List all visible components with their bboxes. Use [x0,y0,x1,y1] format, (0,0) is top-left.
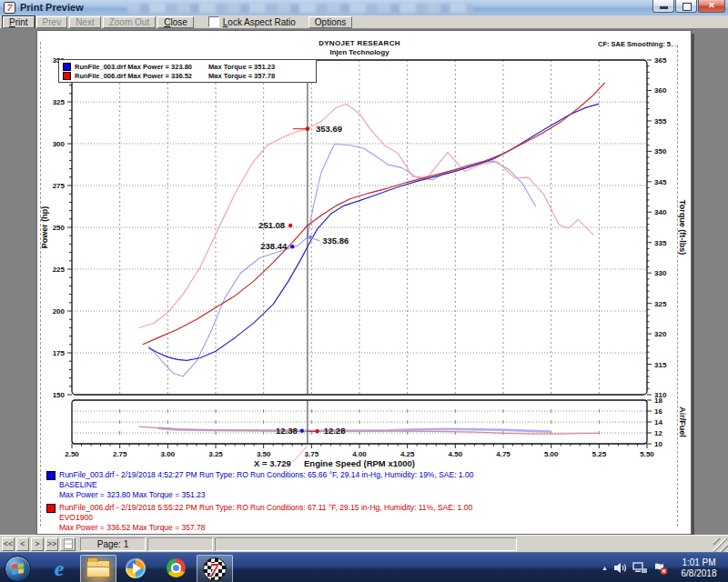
checkbox-box[interactable] [208,16,219,27]
svg-text:345: 345 [654,178,667,186]
prev-page-button[interactable]: Prev [36,16,68,28]
svg-text:310: 310 [654,391,667,398]
options-button[interactable]: Options [308,16,352,28]
chart-title: DYNOJET RESEARCH [72,39,647,47]
first-page-button[interactable]: << [2,537,15,551]
chrome-icon [167,558,186,577]
run-block-baseline: RunFile_003.drf - 2/19/2018 4:52:27 PM R… [46,470,674,500]
taskbar-media-player-icon[interactable] [118,555,153,581]
legend-swatch-red [63,72,71,80]
next-page-button[interactable]: Next [69,16,101,28]
lock-aspect-ratio-checkbox[interactable]: Lock Aspect Ratio [208,16,296,27]
svg-text:3.25: 3.25 [208,450,223,458]
taskbar: e 7 ▲ 1:01 PM 6/8/2018 [0,552,728,582]
annotation-353.69: 353.69 [293,124,342,134]
run-block-evo1900: RunFile_006.drf - 2/19/2018 5:55:22 PM R… [46,503,674,533]
action-center-flag-icon[interactable] [653,562,668,575]
resize-grip[interactable] [713,538,728,553]
torque-axis-ticks: 310315320325330335340345350355360365 [647,58,667,398]
annotation-251.08: 251.08 [258,220,292,230]
svg-text:251.08: 251.08 [258,220,285,230]
lock-aspect-ratio-label: Lock Aspect Ratio [223,17,296,27]
app-icon: 7 [4,2,15,14]
svg-text:350: 350 [654,147,667,156]
page-indicator-label: Page: 1 [97,539,128,549]
svg-text:4.50: 4.50 [449,450,463,458]
smoothing-note: CF: SAE Smoothing: 5 [598,40,671,48]
close-preview-button[interactable]: Close [157,16,194,28]
svg-text:2.50: 2.50 [65,450,79,458]
rpm-axis-ticks: 2.502.753.003.253.503.754.004.254.504.75… [65,444,654,458]
clock-time: 1:01 PM [673,557,724,568]
taskbar-dynojet-icon[interactable]: 7 [197,555,233,582]
svg-text:5.50: 5.50 [640,450,654,458]
start-button[interactable] [5,556,31,582]
taskbar-file-explorer-icon[interactable] [80,555,116,582]
svg-text:300: 300 [53,140,66,148]
runfile_006-torque-curve [139,104,593,327]
svg-text:365: 365 [654,58,667,65]
close-window-button[interactable]: ✕ [698,0,725,13]
taskbar-chrome-icon[interactable] [158,555,193,581]
page-icon [64,538,73,549]
run-color-swatch [46,504,56,513]
print-button[interactable]: Print [3,16,35,28]
preview-page[interactable]: DYNOJET RESEARCH Injen Technology CF: SA… [36,30,692,535]
svg-text:12: 12 [654,429,662,437]
volume-icon[interactable] [613,562,627,574]
svg-text:200: 200 [53,307,66,316]
previous-page-button[interactable]: < [16,537,29,551]
last-page-button[interactable]: >> [46,537,58,551]
page-indicator: Page: 1 [80,537,146,551]
legend-row: RunFile_006.drf Max Power = 336.52 Max T… [63,71,312,80]
svg-text:335: 335 [654,239,667,247]
runfile_003-torque-curve [148,144,536,376]
runfile_006-power-curve [143,83,605,345]
taskbar-clock[interactable]: 1:01 PM 6/8/2018 [673,557,724,579]
power-axis-ticks: 150175200225250275300325350 [53,58,72,398]
svg-text:325: 325 [53,98,66,106]
screen: 7 Print Preview ✕ Print Prev Next Zoom O… [0,0,728,582]
run-name-line: EVO1900 [59,513,674,523]
svg-text:5.25: 5.25 [592,450,607,458]
maximize-button[interactable] [675,0,697,13]
svg-text:250: 250 [53,224,66,232]
zoom-out-button[interactable]: Zoom Out [103,16,156,28]
svg-text:353.69: 353.69 [316,124,342,134]
run-file-line: RunFile_003.drf - 2/19/2018 4:52:27 PM R… [59,470,674,480]
svg-text:315: 315 [654,361,667,369]
folder-icon [86,560,110,577]
preview-workspace: DYNOJET RESEARCH Injen Technology CF: SA… [0,28,728,535]
air-fuel-chart: 1012141618Air/Fuel2.502.753.003.253.503.… [37,398,691,473]
x-axis-title: Engine Speed (RPM x1000) [304,458,415,468]
legend-text-torque: Max Torque = 351.23 [208,63,275,71]
page-view-button[interactable] [60,537,76,551]
svg-text:355: 355 [654,117,667,125]
annotation-12.28: 12.28 [308,426,346,436]
taskbar-internet-explorer-icon[interactable]: e [42,555,76,581]
svg-text:330: 330 [654,269,667,277]
print-preview-toolbar: Print Prev Next Zoom Out Close Lock Aspe… [0,15,728,29]
next-page-button-status[interactable]: > [31,537,44,551]
svg-text:275: 275 [53,182,66,190]
cursor-x-label: X = 3.729 [254,458,291,468]
annotation-335.86: 335.86 [308,236,349,246]
power-torque-chart: 1501752002252502753003253503103153203253… [37,58,691,398]
run-info: RunFile_003.drf - 2/19/2018 4:52:27 PM R… [46,470,674,536]
svg-text:12.28: 12.28 [324,426,346,436]
svg-text:150: 150 [53,391,66,398]
svg-text:340: 340 [654,208,667,216]
system-tray: ▲ 1:01 PM 6/8/2018 [602,555,724,581]
minimize-button[interactable] [652,0,674,13]
network-icon[interactable] [632,562,648,574]
runfile_003-power-curve [148,104,599,360]
window-title: Print Preview [20,2,84,13]
svg-text:3.50: 3.50 [257,450,271,458]
legend-text-torque: Max Torque = 357.78 [208,72,275,80]
svg-text:325: 325 [654,300,667,308]
af-axis-ticks: 1012141618 [647,398,662,448]
clock-date: 6/8/2018 [673,568,724,579]
tray-expand-icon[interactable]: ▲ [602,565,608,571]
chart-subtitle: Injen Technology [72,48,647,56]
svg-text:12.38: 12.38 [276,426,298,436]
